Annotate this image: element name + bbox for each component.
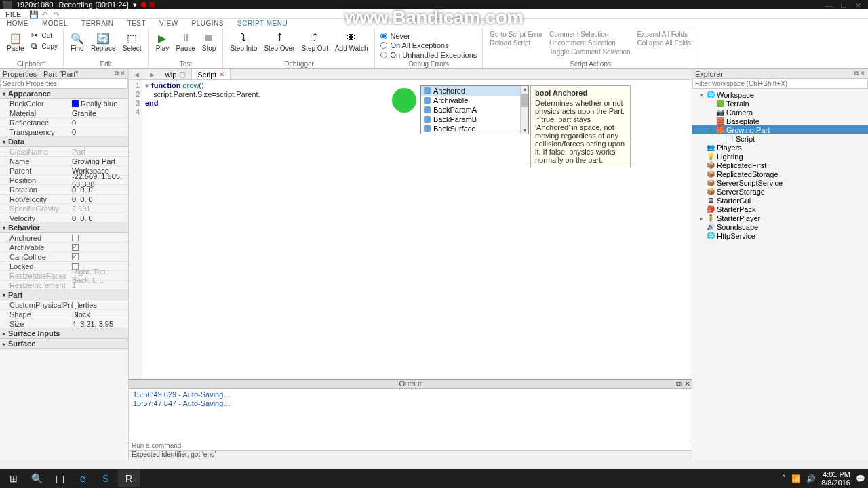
notifications-icon[interactable]: 💬 xyxy=(856,474,865,483)
expand-folds[interactable]: Expand All Folds xyxy=(635,30,694,39)
taskbar-date[interactable]: 8/8/2016 xyxy=(821,479,850,487)
tree-item[interactable]: 🖥StarterGui xyxy=(692,196,868,205)
ac-item[interactable]: BackSurface xyxy=(421,124,528,134)
autocomplete-popup[interactable]: Anchored Archivable BackParamA BackParam… xyxy=(420,85,529,134)
prop-velocity[interactable]: Velocity0, 0, 0 xyxy=(0,214,128,223)
tree-item[interactable]: ▸🧍StarterPlayer xyxy=(692,214,868,222)
code-editor[interactable]: 1234 ▾ function grow() script.Parent.Siz… xyxy=(129,80,692,379)
expand-icon[interactable]: ▾ xyxy=(707,127,714,134)
paste-button[interactable]: 📋Paste xyxy=(4,30,27,54)
file-menu[interactable]: FILE xyxy=(0,10,26,18)
prop-name[interactable]: NameGrowing Part xyxy=(0,157,128,166)
undock-icon[interactable]: ⧉ xyxy=(854,70,859,77)
prop-anchored[interactable]: Anchored xyxy=(0,233,128,243)
prop-customphys[interactable]: CustomPhysicalProperties xyxy=(0,300,128,310)
step-over-button[interactable]: ⤴Step Over xyxy=(261,30,297,54)
nav-fwd-icon[interactable]: ► xyxy=(144,70,160,79)
close-icon[interactable]: ✕ xyxy=(860,70,865,77)
toggle-comment[interactable]: Toggle Comment Selection xyxy=(547,47,633,56)
section-behavior[interactable]: ▾Behavior xyxy=(0,223,128,233)
prop-reflectance[interactable]: Reflectance0 xyxy=(0,118,128,127)
pause-button[interactable]: ⏸Pause xyxy=(173,30,197,54)
ac-scrollbar[interactable]: ▴▾ xyxy=(520,86,528,134)
step-into-button[interactable]: ⤵Step Into xyxy=(227,30,260,54)
radio-never[interactable]: Never xyxy=(379,31,478,41)
tree-item[interactable]: 📄Script xyxy=(692,134,868,143)
tab-test[interactable]: TEST xyxy=(120,20,153,27)
radio-on-all[interactable]: On All Exceptions xyxy=(379,41,478,50)
properties-search[interactable] xyxy=(0,79,128,89)
qat-undo-icon[interactable]: ↶ xyxy=(41,10,50,18)
reload-script[interactable]: Reload Script xyxy=(487,39,545,47)
tab-view[interactable]: VIEW xyxy=(153,20,185,27)
copy-button[interactable]: ⧉Copy xyxy=(28,41,59,52)
start-button[interactable]: ⊞ xyxy=(3,470,24,487)
explorer-filter[interactable] xyxy=(692,79,868,89)
tab-home[interactable]: HOME xyxy=(0,20,35,27)
add-watch-button[interactable]: 👁Add Watch xyxy=(332,30,371,54)
task-view-button[interactable]: ◫ xyxy=(49,470,71,487)
prop-rotation[interactable]: Rotation0, 0, 0 xyxy=(0,185,128,195)
doc-tab-wip[interactable]: wip▢ xyxy=(160,69,193,79)
ac-item[interactable]: BackParamB xyxy=(421,115,528,124)
goto-script-error[interactable]: Go to Script Error xyxy=(487,30,545,39)
play-button[interactable]: ▶Play xyxy=(153,30,172,54)
tree-item[interactable]: 📦ReplicatedStorage xyxy=(692,169,868,178)
undock-icon[interactable]: ⧉ xyxy=(676,380,682,388)
tab-script-menu[interactable]: SCRIPT MENU xyxy=(231,20,294,27)
radio-on-unhandled[interactable]: On Unhandled Exceptions xyxy=(379,50,478,60)
tree-item[interactable]: 🟩Terrain xyxy=(692,99,868,108)
ac-item[interactable]: BackParamA xyxy=(421,105,528,115)
close-icon[interactable]: ✕ xyxy=(120,70,125,77)
tree-item[interactable]: 🧱Baseplate xyxy=(692,117,868,125)
tray-network-icon[interactable]: 📶 xyxy=(791,474,801,483)
tree-item[interactable]: 🔊Soundscape xyxy=(692,222,868,231)
minimize-button[interactable]: — xyxy=(825,1,832,10)
tree-item[interactable]: ▾🌐Workspace xyxy=(692,90,868,99)
prop-material[interactable]: MaterialGranite xyxy=(0,108,128,118)
close-icon[interactable]: ✕ xyxy=(684,380,690,388)
tree-item[interactable]: 💡Lighting xyxy=(692,152,868,161)
command-bar[interactable] xyxy=(129,441,692,450)
stop-icon[interactable] xyxy=(149,2,155,7)
taskbar-time[interactable]: 4:01 PM xyxy=(821,470,850,479)
tree-item[interactable]: 👥Players xyxy=(692,143,868,152)
step-out-button[interactable]: ⤴Step Out xyxy=(298,30,330,54)
expand-icon[interactable]: ▸ xyxy=(698,215,705,222)
collapse-folds[interactable]: Collapse All Folds xyxy=(635,39,694,47)
taskbar-skype[interactable]: S xyxy=(95,470,117,487)
stop-button[interactable]: ⏹Stop xyxy=(199,30,219,54)
tree-item[interactable]: 📦ServerScriptService xyxy=(692,178,868,187)
close-icon[interactable]: ▢ xyxy=(179,70,186,79)
dropdown-icon[interactable]: ▾ xyxy=(133,1,137,9)
find-button[interactable]: 🔍Find xyxy=(68,30,87,54)
record-icon[interactable] xyxy=(141,2,146,7)
tree-item[interactable]: ▾🧱Growing Part xyxy=(692,125,868,134)
close-button[interactable]: ✕ xyxy=(855,1,861,10)
ac-item[interactable]: Anchored xyxy=(421,86,528,96)
undock-icon[interactable]: ⧉ xyxy=(115,70,119,77)
comment-selection[interactable]: Comment Selection xyxy=(547,30,633,39)
taskbar-ie[interactable]: e xyxy=(72,470,94,487)
ac-item[interactable]: Archivable xyxy=(421,96,528,105)
close-icon[interactable]: ✕ xyxy=(219,70,224,78)
maximize-button[interactable]: ☐ xyxy=(840,1,847,10)
tray-volume-icon[interactable]: 🔊 xyxy=(806,474,816,483)
prop-shape[interactable]: ShapeBlock xyxy=(0,310,128,319)
prop-archivable[interactable]: Archivable xyxy=(0,243,128,252)
tab-terrain[interactable]: TERRAIN xyxy=(75,20,120,27)
qat-save-icon[interactable]: 💾 xyxy=(29,10,37,18)
prop-transparency[interactable]: Transparency0 xyxy=(0,127,128,137)
prop-rotvelocity[interactable]: RotVelocity0, 0, 0 xyxy=(0,195,128,204)
section-surface[interactable]: ▸Surface xyxy=(0,339,128,349)
prop-size[interactable]: Size4, 3.21, 3.95 xyxy=(0,319,128,329)
tab-plugins[interactable]: PLUGINS xyxy=(185,20,231,27)
taskbar-roblox-studio[interactable]: R xyxy=(118,470,140,487)
output-body[interactable]: 15:56:49.629 - Auto-Saving… 15:57:47.847… xyxy=(129,389,692,441)
tree-item[interactable]: 📦ServerStorage xyxy=(692,187,868,196)
uncomment-selection[interactable]: Uncomment Selection xyxy=(547,39,633,47)
prop-cancollide[interactable]: CanCollide xyxy=(0,252,128,262)
nav-back-icon[interactable]: ◄ xyxy=(129,70,144,79)
replace-button[interactable]: 🔄Replace xyxy=(88,30,119,54)
tree-item[interactable]: 🎒StarterPack xyxy=(692,205,868,214)
